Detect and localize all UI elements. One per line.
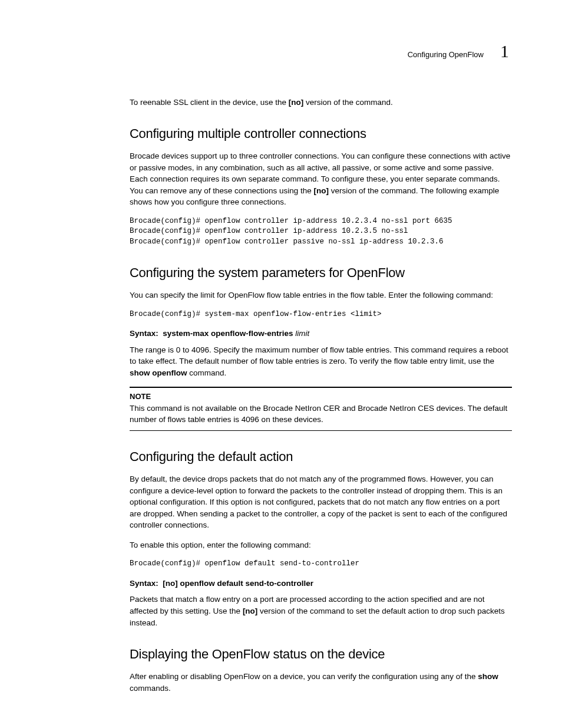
sec1-paragraph: Brocade devices support up to three cont… <box>130 150 512 208</box>
code-block: Brocade(config)# system-max openflow-flo… <box>130 309 512 320</box>
syntax-label: Syntax: <box>130 579 158 588</box>
text: The range is 0 to 4096. Specify the maxi… <box>130 345 508 366</box>
no-keyword: [no] <box>243 607 257 615</box>
sec3-p2: To enable this option, enter the followi… <box>130 539 512 551</box>
syntax-line: Syntax: [no] openflow default send-to-co… <box>130 578 512 589</box>
page: Configuring OpenFlow 1 To reenable SSL c… <box>0 0 562 728</box>
heading-default-action: Configuring the default action <box>130 447 512 466</box>
sec4-p1: After enabling or disabling OpenFlow on … <box>130 671 512 694</box>
show-openflow-keyword: show openflow <box>130 368 187 377</box>
syntax-label: Syntax: <box>130 329 158 338</box>
no-keyword: [no] <box>289 98 303 107</box>
text: command. <box>187 368 227 377</box>
text: version of the command. <box>303 98 393 107</box>
no-keyword: [no] <box>313 186 328 195</box>
sec2-p2: The range is 0 to 4096. Specify the maxi… <box>130 344 512 379</box>
note-body: This command is not available on the Bro… <box>130 403 512 426</box>
text: After enabling or disabling OpenFlow on … <box>130 672 478 681</box>
code-block: Brocade(config)# openflow controller ip-… <box>130 216 512 248</box>
sec2-p1: You can specify the limit for OpenFlow f… <box>130 289 512 301</box>
sec3-p1: By default, the device drops packets tha… <box>130 473 512 531</box>
content: To reenable SSL client in the device, us… <box>130 97 512 694</box>
intro-paragraph: To reenable SSL client in the device, us… <box>130 97 512 108</box>
heading-display-status: Displaying the OpenFlow status on the de… <box>130 645 512 664</box>
heading-system-parameters: Configuring the system parameters for Op… <box>130 263 512 282</box>
syntax-command: system-max openflow-flow-entries <box>163 329 293 338</box>
sec3-p3: Packets that match a flow entry on a por… <box>130 594 512 628</box>
code-block: Brocade(config)# openflow default send-t… <box>130 559 512 569</box>
note-block: NOTE This command is not available on th… <box>130 387 512 431</box>
text: commands. <box>130 684 171 693</box>
syntax-command: [no] openflow default send-to-controller <box>163 579 313 588</box>
text: To reenable SSL client in the device, us… <box>130 98 289 107</box>
syntax-arg: limit <box>295 329 309 338</box>
chapter-number: 1 <box>500 38 509 64</box>
page-header: Configuring OpenFlow 1 <box>53 38 512 64</box>
note-header: NOTE <box>130 391 512 403</box>
heading-multiple-controller: Configuring multiple controller connecti… <box>130 124 512 143</box>
show-keyword: show <box>478 672 498 681</box>
syntax-line: Syntax: system-max openflow-flow-entries… <box>130 328 512 340</box>
header-section-label: Configuring OpenFlow <box>408 50 484 63</box>
